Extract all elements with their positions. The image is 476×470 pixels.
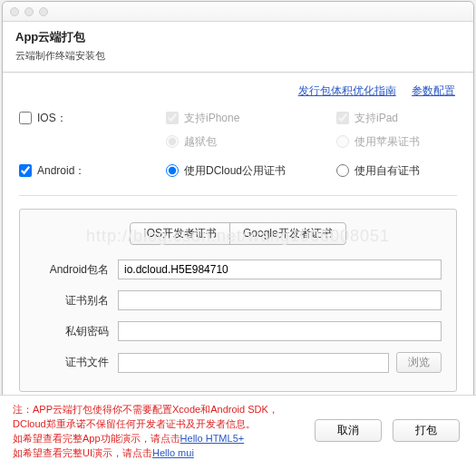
android-package-input[interactable] xyxy=(118,259,442,279)
link-params-config[interactable]: 参数配置 xyxy=(412,84,455,97)
platform-section: IOS： 支持iPhone 支持iPad 越狱包 使用苹果证书 xyxy=(3,103,473,191)
own-cert-radio[interactable] xyxy=(336,164,349,177)
tab-ios-cert[interactable]: IOS开发者证书 xyxy=(131,223,229,244)
support-iphone-label: 支持iPhone xyxy=(184,111,239,126)
link-hello-mui[interactable]: Hello mui xyxy=(152,447,194,458)
cert-tab-group: IOS开发者证书 Google开发者证书 xyxy=(130,222,345,245)
android-checkbox[interactable] xyxy=(19,164,32,177)
dcloud-cert-label: 使用DCloud公用证书 xyxy=(184,163,286,179)
header: App云端打包 云端制作终端安装包 xyxy=(3,22,473,73)
dcloud-cert-radio[interactable] xyxy=(166,164,179,177)
close-icon[interactable] xyxy=(10,7,19,16)
android-label: Android： xyxy=(37,163,85,179)
privkey-password-input[interactable] xyxy=(118,321,442,341)
separator xyxy=(19,195,457,196)
titlebar xyxy=(3,2,473,22)
pack-button[interactable]: 打包 xyxy=(393,419,460,442)
applecert-radio xyxy=(336,135,349,148)
tab-google-cert[interactable]: Google开发者证书 xyxy=(229,223,345,244)
note-line3a: 如希望查看完整App功能演示，请点击 xyxy=(13,433,180,444)
footer: 注：APP云端打包使得你不需要配置Xcode和Android SDK， DClo… xyxy=(0,395,476,470)
note-line4a: 如希望查看完整UI演示，请点击 xyxy=(13,447,152,458)
links-row: 发行包体积优化指南 参数配置 xyxy=(3,73,473,103)
page-subtitle: 云端制作终端安装包 xyxy=(15,49,461,63)
pkg-label: Android包名 xyxy=(34,262,118,278)
link-volume-guide[interactable]: 发行包体积优化指南 xyxy=(298,84,396,97)
pwd-label: 私钥密码 xyxy=(34,324,118,339)
browse-button[interactable]: 浏览 xyxy=(396,352,442,373)
support-ipad-checkbox xyxy=(336,112,349,124)
file-label: 证书文件 xyxy=(34,355,118,370)
zoom-icon[interactable] xyxy=(39,7,48,16)
support-iphone-checkbox xyxy=(166,112,179,124)
page-title: App云端打包 xyxy=(15,29,461,45)
own-cert-label: 使用自有证书 xyxy=(355,163,420,179)
jailbreak-label: 越狱包 xyxy=(184,134,217,150)
minimize-icon[interactable] xyxy=(24,7,34,16)
ios-label: IOS： xyxy=(37,111,67,126)
applecert-label: 使用苹果证书 xyxy=(355,134,420,150)
note-line2: DCloud郑重承诺不保留任何开发者证书及开发者信息。 xyxy=(13,418,256,429)
note-line1: APP云端打包使得你不需要配置Xcode和Android SDK， xyxy=(33,404,278,415)
support-ipad-label: 支持iPad xyxy=(355,111,398,126)
link-hello-html5[interactable]: Hello HTML5+ xyxy=(180,433,245,444)
alias-label: 证书别名 xyxy=(34,293,118,308)
cert-file-input[interactable] xyxy=(118,353,389,373)
cert-panel: IOS开发者证书 Google开发者证书 Android包名 证书别名 私钥密码… xyxy=(19,209,457,392)
jailbreak-radio xyxy=(166,135,179,148)
note-prefix: 注： xyxy=(13,404,33,415)
cert-alias-input[interactable] xyxy=(118,290,442,310)
dialog-window: App云端打包 云端制作终端安装包 发行包体积优化指南 参数配置 IOS： 支持… xyxy=(2,1,474,469)
note-text: 注：APP云端打包使得你不需要配置Xcode和Android SDK， DClo… xyxy=(13,403,315,461)
ios-checkbox[interactable] xyxy=(19,112,32,124)
cancel-button[interactable]: 取消 xyxy=(315,419,382,442)
